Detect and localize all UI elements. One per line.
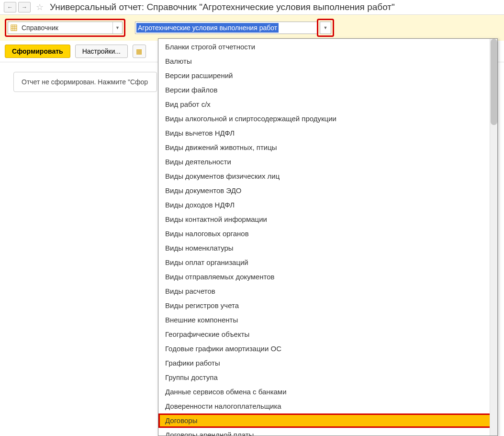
dropdown-item[interactable]: Виды движений животных, птицы [158,140,497,155]
chevron-down-icon[interactable]: ▼ [112,22,122,34]
filter-bar: Справочник ▼ Агротехнические условия вып… [0,15,504,41]
catalog-icon [8,24,20,31]
dropdown-item[interactable]: Валюты [158,54,497,69]
header-bar: ← → ☆ Универсальный отчет: Справочник "А… [0,0,504,15]
dropdown-item[interactable]: Виды оплат организаций [158,255,497,270]
highlight-type-dropdown: Справочник ▼ [5,19,125,37]
dropdown-item[interactable]: Виды документов ЭДО [158,184,497,198]
dropdown-item[interactable]: Виды алкогольной и спиртосодержащей прод… [158,112,497,126]
toolbar-icon-button[interactable]: ▦ [133,45,146,58]
dropdown-item[interactable]: Вид работ с/х [158,97,497,112]
object-dropdown-selected: Агротехнические условия выполнения работ [136,23,279,33]
dropdown-item[interactable]: Виды отправляемых документов [158,270,497,284]
dropdown-item[interactable]: Доверенности налогоплательщика [158,399,497,413]
object-dropdown[interactable]: Агротехнические условия выполнения работ [135,22,317,34]
dropdown-item[interactable]: Виды номенклатуры [158,241,497,255]
type-dropdown-label: Справочник [20,24,112,32]
dropdown-item[interactable]: Договоры арендной платы [158,428,497,436]
page-title: Универсальный отчет: Справочник "Агротех… [50,2,395,12]
dropdown-item[interactable]: Виды доходов НДФЛ [158,198,497,212]
dropdown-items-list: Бланки строгой отчетностиВалютыВерсии ра… [158,39,497,436]
generate-button[interactable]: Сформировать [5,45,70,58]
scrollbar[interactable] [490,39,497,436]
nav-forward-button[interactable]: → [18,2,31,12]
object-dropdown-caret-box[interactable]: ▼ [320,22,331,34]
chevron-down-icon[interactable]: ▼ [320,22,331,34]
dropdown-item[interactable]: Версии файлов [158,83,497,97]
dropdown-item[interactable]: Договоры [158,413,497,428]
dropdown-item[interactable]: Виды контактной информации [158,212,497,227]
dropdown-item[interactable]: Виды налоговых органов [158,227,497,241]
dropdown-item[interactable]: Версии расширений [158,69,497,83]
dropdown-item[interactable]: Годовые графики амортизации ОС [158,342,497,356]
favorite-star-icon[interactable]: ☆ [34,2,45,12]
dropdown-item[interactable]: Географические объекты [158,327,497,342]
highlight-object-caret: ▼ [317,19,334,37]
nav-back-button[interactable]: ← [4,2,16,12]
dropdown-item[interactable]: Группы доступа [158,370,497,385]
settings-button[interactable]: Настройки... [75,45,128,58]
arrow-left-icon: ← [7,4,13,11]
dropdown-item[interactable]: Бланки строгой отчетности [158,40,497,54]
dropdown-item[interactable]: Виды документов физических лиц [158,169,497,184]
dropdown-item[interactable]: Данные сервисов обмена с банками [158,385,497,399]
scrollbar-thumb[interactable] [491,39,497,125]
dropdown-item[interactable]: Внешние компоненты [158,313,497,327]
dropdown-item[interactable]: Виды деятельности [158,155,497,169]
object-dropdown-panel: Бланки строгой отчетностиВалютыВерсии ра… [158,38,498,436]
type-dropdown[interactable]: Справочник ▼ [8,22,123,34]
arrow-right-icon: → [22,4,27,11]
dropdown-item[interactable]: Графики работы [158,356,497,370]
dropdown-item[interactable]: Виды регистров учета [158,298,497,313]
dropdown-item[interactable]: Виды расчетов [158,284,497,298]
report-not-generated-message: Отчет не сформирован. Нажмите "Сфор [13,72,157,92]
document-icon: ▦ [136,47,142,55]
svg-rect-0 [11,25,17,31]
dropdown-item[interactable]: Виды вычетов НДФЛ [158,126,497,140]
